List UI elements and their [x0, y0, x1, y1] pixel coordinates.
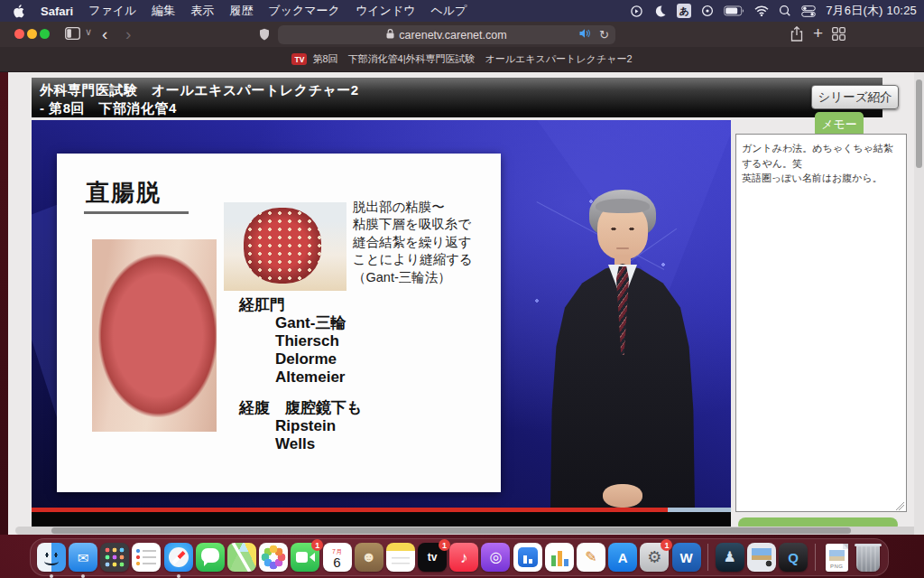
- dock-png-file-icon[interactable]: PNG: [826, 544, 848, 572]
- dock-maps-icon[interactable]: [227, 543, 256, 572]
- menu-item-4[interactable]: 履歴: [229, 3, 253, 19]
- control-center-icon[interactable]: [801, 5, 816, 17]
- menu-item-6[interactable]: ウインドウ: [356, 3, 416, 19]
- vertical-scrollbar-thumb[interactable]: [916, 79, 922, 168]
- dock-calendar-icon[interactable]: 7月6: [323, 543, 352, 572]
- sidebar-toggle-icon[interactable]: [65, 27, 80, 43]
- slide-description-line: （Gant-三輪法）: [353, 269, 473, 286]
- menu-item-2[interactable]: 編集: [152, 3, 175, 19]
- window-zoom-button[interactable]: [40, 29, 50, 39]
- dock: ✉17月6☻tv1♪◎✎A⚙1W♟QPNG: [30, 538, 889, 576]
- dock-word-icon[interactable]: W: [672, 543, 701, 572]
- series-intro-button[interactable]: シリーズ紹介: [811, 85, 899, 109]
- menu-item-3[interactable]: 表示: [190, 3, 214, 19]
- dock-keynote-icon[interactable]: [513, 543, 542, 572]
- menu-item-safari[interactable]: Safari: [41, 5, 73, 18]
- slide-description: 脱出部の粘膜〜粘膜下層を吸収糸で縫合結紮を繰り返すことにより縫縮する（Gant-…: [353, 199, 473, 286]
- apple-menu-icon[interactable]: [13, 5, 24, 18]
- menu-item-1[interactable]: ファイル: [88, 3, 136, 19]
- presenter-mouth: [616, 247, 629, 249]
- safari-toolbar: ∨ ‹ › carenetv.carenet.com ↻ +: [0, 22, 924, 47]
- dock-appstore-icon[interactable]: A: [608, 543, 637, 572]
- dock-numbers-icon[interactable]: [545, 543, 574, 572]
- transabdominal-header: 経腹 腹腔鏡下も: [239, 399, 362, 417]
- window-close-button[interactable]: [14, 29, 24, 39]
- url-text: carenetv.carenet.com: [399, 29, 506, 42]
- lock-icon: [386, 29, 394, 42]
- video-frame[interactable]: 直腸脱 脱出部の粘膜〜粘膜下層を吸収糸で縫合結紮を繰り返すことにより縫縮する（G…: [32, 120, 731, 508]
- memo-textarea[interactable]: ガントみわ法。めちゃくちゃ結紮するやん。笑 英語圏っぽい名前はお腹から。: [735, 134, 907, 512]
- lecture-series-title: 外科専門医試験 オールエキスパートレクチャー2: [40, 82, 882, 99]
- dock-quicktime-icon[interactable]: Q: [779, 543, 808, 572]
- dock-appletv-icon[interactable]: tv1: [418, 543, 447, 572]
- slide-description-line: 脱出部の粘膜〜: [353, 199, 473, 216]
- calendar-day: 6: [333, 555, 340, 569]
- input-source-icon[interactable]: あ: [677, 4, 691, 18]
- focus-moon-icon[interactable]: [653, 5, 667, 18]
- dock-trash-icon[interactable]: [856, 544, 880, 572]
- horizontal-scrollbar-thumb[interactable]: [51, 527, 851, 534]
- screen-mirroring-icon[interactable]: [630, 5, 643, 18]
- dock-music-icon[interactable]: ♪: [449, 543, 478, 572]
- dock-messages-icon[interactable]: [196, 543, 225, 572]
- memo-resize-handle[interactable]: [896, 502, 904, 510]
- dock-settings-icon[interactable]: ⚙1: [640, 543, 669, 572]
- dock-launchpad-icon[interactable]: [100, 543, 129, 572]
- video-player[interactable]: 直腸脱 脱出部の粘膜〜粘膜下層を吸収糸で縫合結紮を繰り返すことにより縫縮する（G…: [32, 120, 731, 528]
- tab-bar[interactable]: TV 第8回 下部消化管4|外科専門医試験 オールエキスパートレクチャー2: [0, 47, 924, 72]
- menu-item-5[interactable]: ブックマーク: [268, 3, 340, 19]
- transanal-items: Gant-三輪ThierschDelormeAltemeier: [275, 314, 362, 387]
- search-icon[interactable]: [779, 5, 791, 17]
- clinical-photo-mass: [244, 208, 321, 284]
- procedure-item: Delorme: [275, 350, 362, 368]
- dock-kindle-icon[interactable]: ♟: [716, 543, 744, 572]
- presenter: [550, 188, 695, 508]
- audio-playing-icon[interactable]: [579, 28, 591, 42]
- dock-podcasts-icon[interactable]: ◎: [481, 543, 510, 572]
- dock-finder-icon[interactable]: [37, 543, 66, 572]
- dock-reminders-icon[interactable]: [132, 543, 161, 572]
- address-bar[interactable]: carenetv.carenet.com ↻: [278, 25, 615, 44]
- slide-description-line: 粘膜下層を吸収糸で: [353, 216, 473, 233]
- menu-items: Safariファイル編集表示履歴ブックマークウインドウヘルプ: [41, 3, 467, 19]
- status-circle-icon[interactable]: [701, 5, 714, 17]
- menu-clock[interactable]: 7月6日(木) 10:25: [826, 3, 917, 19]
- back-button[interactable]: ‹: [102, 24, 107, 44]
- presenter-eyes: [609, 228, 636, 230]
- slide-title: 直腸脱: [84, 177, 189, 214]
- notification-badge: 1: [311, 539, 323, 551]
- menu-item-7[interactable]: ヘルプ: [430, 3, 467, 19]
- page-header-bar: 外科専門医試験 オールエキスパートレクチャー2 - 第8回 下部消化管4: [32, 78, 882, 117]
- dock-safari-icon[interactable]: [164, 543, 193, 572]
- transabdominal-items: RipsteinWells: [275, 417, 362, 453]
- procedure-item: Wells: [275, 435, 362, 453]
- window-minimize-button[interactable]: [27, 29, 37, 39]
- dock-pages-icon[interactable]: ✎: [577, 543, 605, 572]
- dock-facetime-icon[interactable]: 1: [291, 543, 319, 572]
- forward-button[interactable]: ›: [125, 24, 131, 44]
- dock-photos-icon[interactable]: [259, 543, 288, 572]
- reload-icon[interactable]: ↻: [599, 29, 609, 41]
- running-indicator-dot: [50, 574, 53, 578]
- clinical-photo-mucosa: [224, 202, 346, 291]
- slide-description-line: 縫合結紮を繰り返す: [353, 234, 473, 251]
- procedure-item: Thiersch: [275, 332, 362, 350]
- menu-status-items: あ 7月6日(木) 10:25: [630, 3, 924, 19]
- sidebar-chevron-icon[interactable]: ∨: [85, 26, 92, 38]
- lecture-slide: 直腸脱 脱出部の粘膜〜粘膜下層を吸収糸で縫合結紮を繰り返すことにより縫縮する（G…: [57, 154, 501, 492]
- clinical-photo-prolapse: [92, 239, 217, 432]
- privacy-shield-icon[interactable]: [259, 28, 270, 44]
- dock-preview-icon[interactable]: [747, 543, 776, 572]
- active-tab-title: 第8回 下部消化管4|外科専門医試験 オールエキスパートレクチャー2: [312, 52, 632, 66]
- battery-icon[interactable]: [724, 5, 744, 16]
- new-tab-button[interactable]: +: [813, 23, 823, 43]
- share-icon[interactable]: [790, 26, 803, 45]
- dock-notes-icon[interactable]: [386, 543, 415, 572]
- dock-contacts-icon[interactable]: ☻: [355, 543, 383, 572]
- wifi-icon[interactable]: [754, 5, 769, 16]
- file-type-label: PNG: [826, 564, 848, 569]
- presenter-fringe: [596, 199, 650, 213]
- dock-mail-icon[interactable]: ✉: [69, 543, 97, 572]
- dock-zone: ✉17月6☻tv1♪◎✎A⚙1W♟QPNG: [0, 535, 924, 578]
- tab-overview-icon[interactable]: [832, 27, 845, 44]
